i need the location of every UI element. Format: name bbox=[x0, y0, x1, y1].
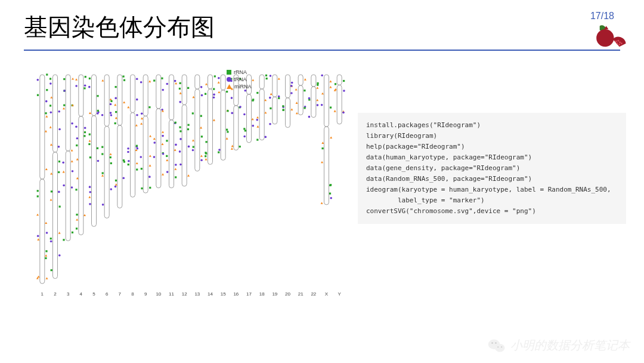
marker bbox=[252, 118, 254, 121]
marker bbox=[291, 82, 293, 84]
marker bbox=[193, 146, 194, 147]
svg-point-8 bbox=[227, 77, 231, 82]
marker bbox=[58, 146, 60, 148]
marker bbox=[38, 275, 40, 278]
marker bbox=[161, 78, 163, 79]
marker bbox=[45, 115, 48, 118]
marker bbox=[201, 94, 203, 97]
marker bbox=[321, 202, 323, 204]
marker bbox=[218, 77, 220, 79]
marker bbox=[101, 146, 103, 148]
svg-rect-20 bbox=[104, 75, 109, 127]
marker bbox=[239, 146, 241, 147]
marker bbox=[162, 89, 164, 91]
svg-rect-23 bbox=[117, 125, 122, 208]
marker bbox=[49, 104, 51, 106]
marker bbox=[175, 82, 177, 85]
marker bbox=[76, 214, 78, 216]
legend: rRNAtRNAmiRNA bbox=[227, 69, 252, 90]
marker bbox=[110, 100, 112, 102]
svg-rect-27 bbox=[143, 116, 148, 193]
marker bbox=[174, 149, 177, 151]
marker bbox=[321, 141, 324, 144]
marker bbox=[200, 155, 203, 157]
marker bbox=[88, 196, 91, 198]
svg-rect-14 bbox=[66, 75, 70, 151]
chromosome-label: 15 bbox=[221, 291, 226, 297]
marker bbox=[58, 171, 60, 173]
marker bbox=[153, 79, 155, 81]
marker bbox=[45, 222, 47, 224]
marker bbox=[36, 79, 39, 81]
svg-rect-33 bbox=[182, 104, 187, 186]
marker bbox=[136, 168, 138, 170]
svg-rect-26 bbox=[143, 75, 148, 116]
legend-item: rRNA bbox=[227, 69, 252, 76]
marker bbox=[135, 124, 138, 127]
marker bbox=[330, 136, 332, 139]
marker bbox=[226, 129, 228, 131]
marker bbox=[37, 238, 39, 241]
marker bbox=[110, 114, 113, 116]
marker bbox=[269, 123, 271, 125]
svg-rect-18 bbox=[92, 75, 97, 116]
marker bbox=[63, 78, 65, 80]
marker bbox=[330, 106, 332, 108]
marker bbox=[63, 239, 64, 241]
marker bbox=[46, 89, 48, 91]
content-row: rRNAtRNAmiRNA 12345678910111213141516171… bbox=[0, 51, 644, 319]
marker bbox=[83, 214, 86, 216]
svg-rect-15 bbox=[66, 151, 70, 241]
legend-item: miRNA bbox=[227, 83, 252, 90]
svg-rect-28 bbox=[156, 75, 161, 109]
svg-point-1 bbox=[615, 41, 617, 42]
chromosome-label: 22 bbox=[311, 291, 316, 297]
chromosome-label: 11 bbox=[169, 291, 174, 297]
marker bbox=[343, 80, 345, 82]
marker bbox=[296, 101, 298, 104]
marker bbox=[114, 97, 117, 100]
marker bbox=[200, 127, 202, 129]
marker bbox=[295, 88, 298, 91]
marker bbox=[59, 205, 61, 207]
marker bbox=[128, 160, 130, 162]
marker bbox=[137, 147, 139, 150]
marker bbox=[179, 82, 181, 84]
marker bbox=[175, 176, 177, 178]
marker bbox=[88, 86, 91, 88]
marker bbox=[45, 130, 47, 133]
marker bbox=[256, 92, 258, 94]
marker bbox=[84, 131, 86, 133]
marker bbox=[123, 159, 125, 161]
marker bbox=[205, 83, 208, 85]
marker bbox=[110, 156, 112, 158]
marker bbox=[110, 112, 112, 114]
legend-label: rRNA bbox=[234, 69, 247, 76]
marker bbox=[188, 146, 190, 148]
svg-rect-41 bbox=[234, 106, 239, 150]
ideogram-svg: 12345678910111213141516171819202122XY bbox=[36, 63, 346, 313]
svg-point-3 bbox=[619, 42, 621, 44]
legend-label: miRNA bbox=[234, 83, 252, 90]
chromosome-label: 20 bbox=[285, 291, 290, 297]
marker bbox=[71, 160, 73, 162]
marker bbox=[122, 177, 125, 179]
svg-rect-19 bbox=[92, 116, 97, 227]
marker bbox=[175, 144, 177, 146]
svg-rect-7 bbox=[227, 70, 231, 75]
svg-rect-25 bbox=[131, 113, 135, 198]
marker bbox=[321, 161, 323, 164]
marker bbox=[282, 105, 284, 107]
marker bbox=[265, 75, 267, 76]
marker bbox=[231, 147, 233, 150]
marker bbox=[329, 193, 331, 195]
marker bbox=[179, 130, 181, 132]
chromosome-label: Y bbox=[338, 291, 341, 297]
marker bbox=[89, 186, 91, 188]
chromosome-label: 12 bbox=[182, 291, 187, 297]
marker bbox=[101, 114, 104, 116]
chromosome-label: 1 bbox=[41, 291, 44, 297]
svg-rect-53 bbox=[311, 87, 316, 118]
marker bbox=[76, 158, 79, 161]
marker bbox=[136, 145, 138, 147]
